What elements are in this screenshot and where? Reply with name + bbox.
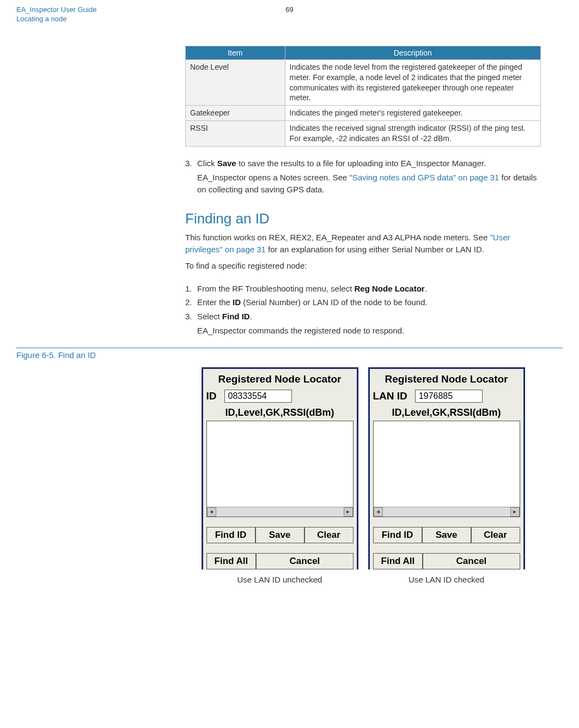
step-1: 1. From the RF Troubleshooting menu, sel… <box>185 283 541 295</box>
horizontal-scrollbar[interactable]: ◄ ► <box>374 507 520 517</box>
clear-button[interactable]: Clear <box>304 527 354 543</box>
panel-lanid-unchecked: Registered Node Locator ID ID,Level,GK,R… <box>202 367 358 584</box>
cell-item: Gatekeeper <box>186 106 285 121</box>
results-listbox[interactable]: ◄ ► <box>373 421 520 517</box>
find-id-button[interactable]: Find ID <box>373 527 422 543</box>
panel-title: Registered Node Locator <box>206 373 354 385</box>
table-row: Node Level Indicates the node level from… <box>186 59 541 106</box>
step-number: 3. <box>185 157 197 169</box>
page-number: 69 <box>285 5 293 14</box>
doc-subtitle: Locating a node <box>16 15 563 24</box>
link-saving-notes[interactable]: "Saving notes and GPS data" on page 31 <box>349 173 499 182</box>
find-id-button[interactable]: Find ID <box>206 527 255 543</box>
scroll-right-icon[interactable]: ► <box>344 507 353 517</box>
step-2: 2. Enter the ID (Serial Number) or LAN I… <box>185 296 541 308</box>
intro-paragraph: This function works on REX, REX2, EA_Rep… <box>185 232 541 256</box>
table-header-description: Description <box>285 46 540 59</box>
scroll-right-icon[interactable]: ► <box>510 507 520 517</box>
lan-id-label: LAN ID <box>373 390 407 402</box>
results-listbox[interactable]: ◄ ► <box>206 421 354 517</box>
results-columns-header: ID,Level,GK,RSSI(dBm) <box>373 407 520 418</box>
cancel-button[interactable]: Cancel <box>423 553 520 569</box>
description-table: Item Description Node Level Indicates th… <box>185 46 541 147</box>
step-3b: 3. Select Find ID. <box>185 311 541 323</box>
cell-item: RSSI <box>186 121 285 147</box>
panel-lanid-checked: Registered Node Locator LAN ID ID,Level,… <box>368 367 525 584</box>
scroll-left-icon[interactable]: ◄ <box>207 507 216 517</box>
lan-id-input[interactable] <box>415 390 483 403</box>
clear-button[interactable]: Clear <box>471 527 520 543</box>
find-all-button[interactable]: Find All <box>206 553 257 569</box>
step-sub: EA_Inspector opens a Notes screen. See "… <box>197 172 541 196</box>
scroll-left-icon[interactable]: ◄ <box>374 507 383 517</box>
cell-desc: Indicates the pinged meter's registered … <box>285 106 540 121</box>
step-body: Click Save to save the results to a file… <box>197 157 541 169</box>
horizontal-scrollbar[interactable]: ◄ ► <box>207 507 353 517</box>
table-row: RSSI Indicates the received signal stren… <box>186 121 541 147</box>
panel-title: Registered Node Locator <box>373 373 520 385</box>
panel-caption-right: Use LAN ID checked <box>368 575 525 584</box>
instruction-step-3: 3. Click Save to save the results to a f… <box>185 157 541 195</box>
cell-desc: Indicates the node level from the regist… <box>285 59 540 106</box>
id-label: ID <box>206 390 217 402</box>
lead-sentence: To find a specific registered node: <box>185 260 541 272</box>
panel-caption-left: Use LAN ID unchecked <box>202 575 358 584</box>
results-columns-header: ID,Level,GK,RSSI(dBm) <box>206 407 354 418</box>
save-button[interactable]: Save <box>422 527 471 543</box>
find-all-button[interactable]: Find All <box>373 553 423 569</box>
save-button[interactable]: Save <box>255 527 304 543</box>
step-3b-sub: EA_Inspector commands the registered nod… <box>197 325 541 337</box>
figure-divider <box>16 348 563 348</box>
figure-caption: Figure 6-5. Find an ID <box>16 350 563 360</box>
table-header-item: Item <box>186 46 285 59</box>
heading-finding-an-id: Finding an ID <box>185 210 541 227</box>
table-row: Gatekeeper Indicates the pinged meter's … <box>186 106 541 121</box>
id-input[interactable] <box>224 390 292 403</box>
cell-desc: Indicates the received signal strength i… <box>285 121 540 147</box>
cancel-button[interactable]: Cancel <box>256 553 353 569</box>
cell-item: Node Level <box>186 59 285 106</box>
